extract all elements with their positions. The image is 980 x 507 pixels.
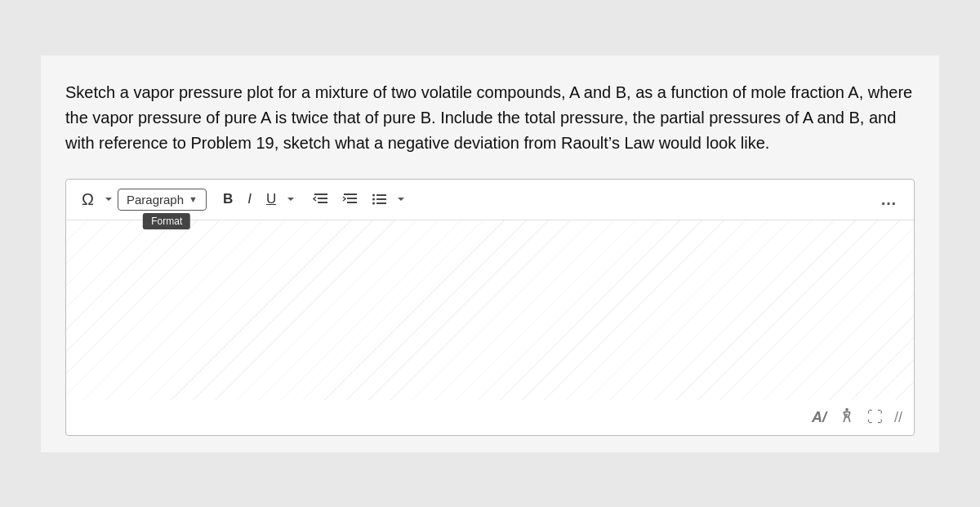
bullet-list-button[interactable] bbox=[366, 188, 394, 211]
omega-button[interactable]: Ω bbox=[76, 186, 100, 213]
indent-increase-icon bbox=[342, 192, 359, 207]
indent-decrease-icon bbox=[313, 192, 329, 207]
indent-increase-button[interactable] bbox=[336, 188, 364, 211]
editor-content-area bbox=[66, 220, 914, 400]
underline-button[interactable]: U bbox=[261, 187, 282, 211]
underline-dropdown-button[interactable] bbox=[285, 193, 296, 205]
editor-area: Ω Paragraph ▼ Format B I bbox=[65, 179, 915, 436]
question-text: Sketch a vapor pressure plot for a mixtu… bbox=[65, 80, 915, 156]
svg-point-7 bbox=[372, 198, 375, 201]
omega-dropdown-button[interactable] bbox=[103, 193, 114, 205]
omega-dropdown-arrow-icon bbox=[105, 198, 112, 201]
svg-point-12 bbox=[845, 407, 849, 411]
svg-point-8 bbox=[372, 202, 375, 205]
indent-decrease-button[interactable] bbox=[307, 188, 335, 211]
italic-button[interactable]: I bbox=[242, 187, 257, 211]
diagonal-lines-button[interactable]: // bbox=[894, 409, 902, 426]
spellcheck-button[interactable]: A/ bbox=[812, 409, 826, 426]
bold-button[interactable]: B bbox=[217, 187, 238, 211]
more-options-button[interactable]: … bbox=[875, 186, 904, 213]
separator-1 bbox=[212, 191, 212, 207]
svg-point-6 bbox=[372, 194, 375, 197]
separator-2 bbox=[301, 191, 302, 207]
paragraph-dropdown[interactable]: Paragraph ▼ Format bbox=[118, 189, 207, 211]
align-group bbox=[307, 188, 407, 211]
paragraph-label: Paragraph bbox=[127, 193, 184, 207]
bullet-list-icon bbox=[372, 192, 388, 207]
paragraph-chevron-icon: ▼ bbox=[189, 194, 198, 204]
page-container: Sketch a vapor pressure plot for a mixtu… bbox=[41, 56, 939, 452]
editor-footer: A/ ⛶ // bbox=[66, 400, 914, 435]
accessibility-button[interactable] bbox=[838, 407, 856, 429]
toolbar: Ω Paragraph ▼ Format B I bbox=[66, 180, 914, 220]
fullscreen-button[interactable]: ⛶ bbox=[867, 408, 883, 426]
editor-content[interactable] bbox=[66, 220, 914, 400]
list-dropdown-arrow-icon bbox=[398, 198, 404, 201]
underline-dropdown-arrow-icon bbox=[287, 198, 294, 201]
list-dropdown-button[interactable] bbox=[395, 193, 407, 205]
accessibility-icon bbox=[838, 407, 856, 425]
